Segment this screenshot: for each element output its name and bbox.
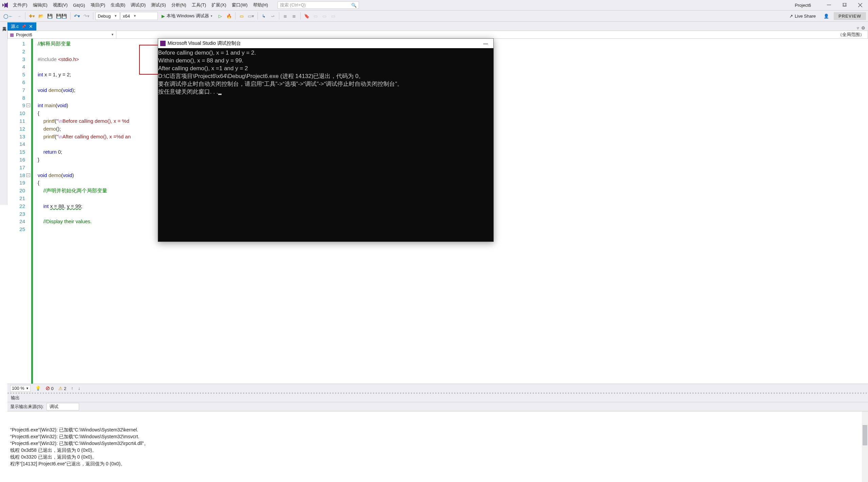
editor-status-row: 100 %▼ 💡 ⊘ 0 ⚠ 2 ↑ ↓ (7, 384, 868, 392)
tb-icon-a[interactable]: ▭ (312, 12, 320, 20)
menu-扩展(X)[interactable]: 扩展(X) (209, 0, 229, 10)
project-icon: ▦ (10, 32, 14, 37)
menu-分析(N)[interactable]: 分析(N) (169, 0, 189, 10)
console-minimize-button[interactable]: — (480, 41, 491, 46)
menu-生成(B)[interactable]: 生成(B) (108, 0, 128, 10)
indent-dec-icon[interactable]: ≣ (281, 12, 289, 20)
output-tab[interactable]: 输出 (7, 394, 23, 402)
start-debug-button[interactable]: ▶ 本地 Windows 调试器 ▾ (158, 12, 215, 20)
tb-icon-b[interactable]: ▭ (320, 12, 328, 20)
open-button[interactable]: 📂 (37, 12, 45, 20)
tab-gear-icon[interactable]: ⚙ (861, 25, 865, 31)
undo-button[interactable]: ↶▾ (73, 12, 81, 20)
hot-reload-button[interactable]: 🔥 (225, 12, 233, 20)
svg-rect-2 (844, 3, 847, 6)
share-icon: ↗ (789, 14, 793, 19)
scope-combo[interactable]: （全局范围） (116, 31, 868, 38)
menu-调试(D)[interactable]: 调试(D) (128, 0, 148, 10)
save-all-button[interactable]: 💾💾 (55, 12, 68, 20)
menu-视图(V)[interactable]: 视图(V) (50, 0, 70, 10)
svg-rect-0 (827, 5, 831, 5)
vs-logo (0, 0, 10, 10)
menu-帮助(H)[interactable]: 帮助(H) (250, 0, 271, 10)
tb-icon-2[interactable]: ▭▾ (246, 12, 256, 20)
output-source-label: 显示输出来源(S): (10, 404, 44, 410)
menu-文件(F)[interactable]: 文件(F) (10, 0, 30, 10)
titlebar: 文件(F)编辑(E)视图(V)Git(G)项目(P)生成(B)调试(D)测试(S… (0, 0, 868, 10)
tb-icon-1[interactable]: ▭ (238, 12, 246, 20)
nav-back-button[interactable]: ◯← (2, 12, 14, 20)
config-combo[interactable]: Debug▼ (95, 12, 120, 20)
pin-icon[interactable]: 📌 (21, 24, 26, 29)
console-icon (160, 41, 166, 46)
close-icon[interactable]: ✕ (29, 24, 33, 29)
svg-rect-1 (843, 3, 846, 6)
live-share-button[interactable]: ↗Live Share (786, 12, 819, 20)
tb-icon-c[interactable]: ▭ (329, 12, 337, 20)
search-placeholder: 搜索 (Ctrl+Q) (280, 2, 306, 8)
step-over-icon[interactable]: ⤻ (269, 12, 277, 20)
tab-row: 源.c 📌 ✕ ▿ ⚙ (7, 22, 868, 31)
menu-窗口(W)[interactable]: 窗口(W) (229, 0, 250, 10)
output-scrollbar[interactable] (862, 411, 868, 482)
step-into-icon[interactable]: ↳ (260, 12, 268, 20)
indent-inc-icon[interactable]: ≣ (290, 12, 298, 20)
redo-button[interactable]: ↷▾ (82, 12, 91, 20)
nav-fwd-button[interactable]: → (15, 12, 23, 20)
lightbulb-icon[interactable]: 💡 (35, 386, 41, 391)
toolbox-strip[interactable]: 工具箱 (0, 22, 7, 205)
start-no-debug-button[interactable]: ▷ (216, 12, 224, 20)
error-icon[interactable]: ⊘ (45, 385, 50, 391)
tab-dropdown-icon[interactable]: ▿ (857, 25, 859, 31)
maximize-button[interactable] (837, 0, 852, 10)
console-titlebar[interactable]: Microsoft Visual Studio 调试控制台 — (158, 39, 493, 48)
save-button[interactable]: 💾 (46, 12, 54, 20)
output-panel: 输出 显示输出来源(S): 调试 “Project6.exe”(Win32): … (7, 392, 868, 482)
menu-编辑(E)[interactable]: 编辑(E) (30, 0, 50, 10)
close-button[interactable] (852, 0, 868, 10)
preview-badge: PREVIEW (834, 12, 866, 20)
minimize-button[interactable] (821, 0, 837, 10)
feedback-icon[interactable]: 👤 (822, 12, 830, 20)
console-body[interactable]: Before calling demo(), x = 1 and y = 2.W… (158, 48, 493, 96)
menu-Git(G)[interactable]: Git(G) (70, 0, 88, 10)
nav-up-icon[interactable]: ↑ (71, 386, 74, 391)
output-body[interactable]: “Project6.exe”(Win32): 已加载“C:\Windows\Sy… (7, 411, 868, 482)
toolbar: ◯← → ✚▾ 📂 💾 💾💾 ↶▾ ↷▾ Debug▼ x64▼ ▶ 本地 Wi… (0, 10, 868, 22)
menu-项目(P)[interactable]: 项目(P) (88, 0, 108, 10)
bookmark-icon[interactable]: 🔖 (303, 12, 311, 20)
project-name: Project6 (785, 3, 821, 8)
menu-测试(S)[interactable]: 测试(S) (148, 0, 168, 10)
warning-icon[interactable]: ⚠ (58, 386, 63, 391)
debug-console-window: Microsoft Visual Studio 调试控制台 — Before c… (158, 38, 494, 242)
output-source-combo[interactable]: 调试 (46, 403, 79, 410)
code-nav-bar: ▦ Project6 ▼ （全局范围） (7, 31, 868, 39)
new-button[interactable]: ✚▾ (27, 12, 36, 20)
menu-工具(T)[interactable]: 工具(T) (189, 0, 209, 10)
line-gutter: −− 1234567891011121314151617181920212223… (7, 39, 31, 384)
tab-source-c[interactable]: 源.c 📌 ✕ (7, 22, 36, 31)
platform-combo[interactable]: x64▼ (120, 12, 158, 20)
search-box[interactable]: 搜索 (Ctrl+Q) 🔍 (278, 1, 359, 9)
search-icon: 🔍 (351, 3, 357, 8)
project-combo[interactable]: ▦ Project6 ▼ (8, 31, 116, 38)
nav-down-icon[interactable]: ↓ (78, 386, 80, 391)
zoom-combo[interactable]: 100 %▼ (10, 385, 31, 392)
menu-bar: 文件(F)编辑(E)视图(V)Git(G)项目(P)生成(B)调试(D)测试(S… (10, 0, 271, 10)
play-icon: ▶ (162, 14, 165, 19)
